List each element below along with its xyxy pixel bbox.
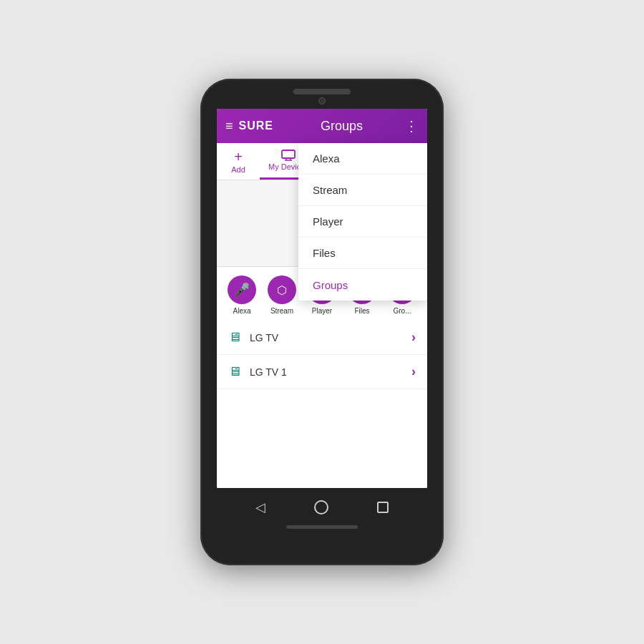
phone-speaker	[293, 89, 351, 94]
chevron-lgtv1: ›	[411, 364, 416, 379]
device-name-lgtv1: LG TV 1	[250, 366, 411, 378]
back-button[interactable]: ◁	[255, 499, 265, 515]
dropdown-menu: Alexa Stream Player Files Groups	[298, 143, 427, 301]
stream-icon-circle: ⬡	[268, 275, 296, 304]
lgtv1-icon: 🖥	[228, 364, 241, 379]
device-name-lgtv: LG TV	[250, 332, 411, 343]
stream-cast-icon: ⬡	[277, 283, 287, 297]
phone-screen: ≡ SURE Groups ⋮ + Add M	[217, 109, 427, 488]
hamburger-icon[interactable]: ≡	[225, 119, 233, 134]
alexa-icon-label: Alexa	[233, 307, 250, 315]
app-title: SURE	[239, 119, 273, 132]
svg-rect-0	[282, 150, 295, 158]
alexa-icon-circle: 🎤	[228, 275, 256, 304]
player-icon-label: Player	[312, 307, 332, 315]
nav-bar: ◁	[217, 492, 427, 522]
stream-icon-label: Stream	[270, 307, 293, 315]
phone-chin	[286, 525, 358, 529]
lgtv-icon: 🖥	[228, 330, 241, 345]
icon-btn-alexa[interactable]: 🎤 Alexa	[223, 275, 261, 315]
dropdown-stream[interactable]: Stream	[298, 175, 427, 206]
device-list-item-lgtv1[interactable]: 🖥 LG TV 1 ›	[217, 355, 427, 389]
groups-icon-label: Gro...	[393, 307, 411, 315]
alexa-icon: 🎤	[234, 282, 250, 298]
more-icon[interactable]: ⋮	[404, 117, 419, 135]
section-title: Groups	[279, 119, 404, 134]
home-button[interactable]	[314, 500, 328, 514]
dropdown-alexa[interactable]: Alexa	[298, 143, 427, 175]
dropdown-files[interactable]: Files	[298, 238, 427, 269]
icon-btn-stream[interactable]: ⬡ Stream	[263, 275, 301, 315]
files-icon-label: Files	[354, 307, 369, 315]
phone-frame: ≡ SURE Groups ⋮ + Add M	[200, 79, 444, 565]
phone-camera	[318, 97, 326, 104]
my-devices-icon	[281, 150, 296, 161]
device-list-item-lgtv[interactable]: 🖥 LG TV ›	[217, 321, 427, 355]
device-list: 🖥 LG TV › 🖥 LG TV 1 ›	[217, 321, 427, 488]
recents-button[interactable]	[377, 502, 389, 513]
add-plus-icon: +	[234, 150, 243, 164]
tab-add[interactable]: + Add	[217, 143, 260, 180]
add-label: Add	[231, 165, 245, 174]
dropdown-player[interactable]: Player	[298, 206, 427, 238]
app-bar: ≡ SURE Groups ⋮	[217, 109, 427, 143]
dropdown-groups[interactable]: Groups	[298, 269, 427, 301]
chevron-lgtv: ›	[411, 330, 416, 345]
tab-bar: + Add My Devices Alexa	[217, 143, 427, 180]
